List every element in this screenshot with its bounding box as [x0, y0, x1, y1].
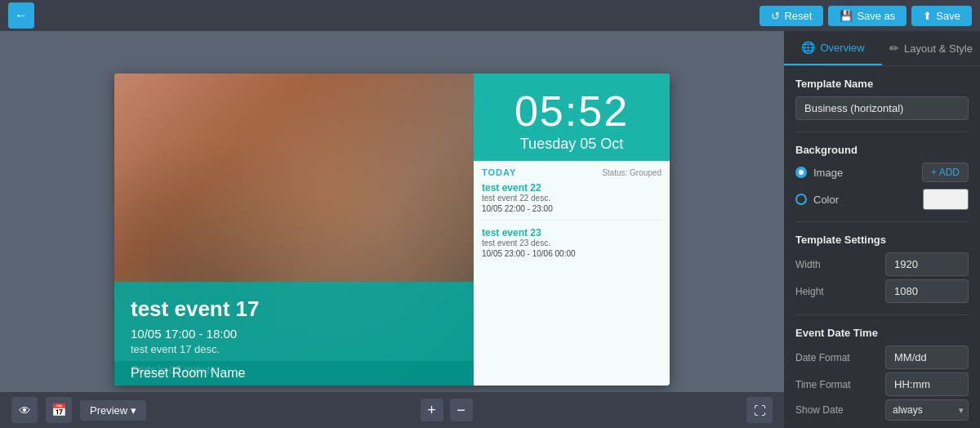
- eye-button[interactable]: 👁: [11, 397, 38, 423]
- back-button[interactable]: ←: [8, 2, 34, 29]
- preview-chevron-icon: ▾: [131, 404, 136, 417]
- back-icon: ←: [15, 8, 28, 23]
- bg-image-label: Image: [813, 167, 915, 179]
- overview-label: Overview: [820, 42, 864, 54]
- canvas-area: test event 17 10/05 17:00 - 18:00 test e…: [0, 31, 784, 428]
- event-desc: test event 17 desc.: [131, 343, 457, 355]
- time-format-input[interactable]: [885, 372, 969, 396]
- date-format-label: Date Format: [795, 352, 879, 363]
- overview-icon: 🌐: [801, 41, 815, 54]
- event-item-1-time: 10/05 22:00 - 23:00: [482, 204, 662, 213]
- save-button[interactable]: ⬆ Save: [911, 6, 972, 26]
- width-row: Width: [795, 252, 969, 276]
- template-right: 05:52 Tuesday 05 Oct TODAY Status: Group…: [474, 74, 670, 386]
- event-datetime-group: Event Date Time Date Format Time Format …: [795, 327, 969, 421]
- saveas-icon: 💾: [840, 10, 853, 22]
- template-name-group: Template Name: [795, 78, 969, 120]
- top-toolbar: ← ↺ Reset 💾 Save as ⬆ Save: [0, 0, 980, 31]
- toolbar-left: ←: [8, 2, 34, 29]
- layout-label: Layout & Style: [904, 42, 973, 55]
- event-item-2-time: 10/05 23:00 - 10/06 00:00: [482, 249, 662, 258]
- template-settings-group: Template Settings Width Height: [795, 234, 969, 303]
- toolbar-center: ↺ Reset 💾 Save as ⬆ Save: [760, 6, 972, 26]
- divider-1: [795, 132, 969, 132]
- date-format-row: Date Format: [795, 346, 969, 369]
- main-area: test event 17 10/05 17:00 - 18:00 test e…: [0, 31, 980, 428]
- add-label: + ADD: [931, 167, 960, 178]
- zoom-in-button[interactable]: +: [421, 399, 443, 421]
- sidebar-nav-overview[interactable]: 🌐 Overview: [784, 31, 882, 65]
- event-item-1-name: test event 22: [482, 182, 662, 194]
- event-item-2: test event 23 test event 23 desc. 10/05 …: [482, 227, 662, 265]
- divider-3: [795, 314, 969, 315]
- fullscreen-icon: ⛶: [754, 403, 766, 417]
- sidebar-nav-layout[interactable]: ✏ Layout & Style: [882, 31, 980, 65]
- eye-icon: 👁: [19, 403, 31, 417]
- width-label: Width: [795, 259, 879, 270]
- events-status-label: Status: Grouped: [602, 168, 662, 177]
- minus-icon: −: [457, 402, 466, 419]
- template-settings-title: Template Settings: [795, 234, 969, 246]
- calendar-icon: 📅: [51, 403, 67, 417]
- event-item-2-name: test event 23: [482, 227, 662, 239]
- event-item-1-desc: test event 22 desc.: [482, 194, 662, 203]
- preview-template: test event 17 10/05 17:00 - 18:00 test e…: [114, 74, 670, 386]
- template-name-title: Template Name: [795, 78, 969, 90]
- room-name-bar: Preset Room Name: [114, 361, 474, 386]
- time-format-row: Time Format: [795, 372, 969, 396]
- reset-icon: ↺: [771, 10, 780, 22]
- reset-button[interactable]: ↺ Reset: [760, 6, 823, 26]
- events-today-label: TODAY: [482, 167, 516, 177]
- show-date-select[interactable]: always never auto: [885, 399, 969, 421]
- divider-2: [795, 221, 969, 222]
- preview-label: Preview: [90, 404, 127, 417]
- show-date-label: Show Date: [795, 404, 879, 416]
- color-swatch[interactable]: [923, 189, 969, 210]
- event-time: 10/05 17:00 - 18:00: [131, 327, 457, 341]
- bg-color-row: Color: [795, 189, 969, 210]
- saveas-button[interactable]: 💾 Save as: [828, 6, 906, 26]
- clock-time: 05:52: [486, 90, 657, 132]
- event-datetime-title: Event Date Time: [795, 327, 969, 339]
- bg-image-radio[interactable]: [795, 167, 807, 178]
- clock-section: 05:52 Tuesday 05 Oct: [474, 74, 670, 161]
- width-input[interactable]: [885, 252, 969, 276]
- events-section: TODAY Status: Grouped test event 22 test…: [474, 161, 670, 386]
- fullscreen-button[interactable]: ⛶: [746, 397, 773, 423]
- layout-icon: ✏: [889, 42, 899, 55]
- event-item-2-desc: test event 23 desc.: [482, 239, 662, 247]
- bg-image-row: Image + ADD: [795, 163, 969, 182]
- zoom-out-button[interactable]: −: [450, 399, 473, 421]
- bottom-toolbar: 👁 📅 Preview ▾ + − ⛶: [0, 392, 784, 428]
- bg-add-button[interactable]: + ADD: [922, 163, 969, 182]
- background-group: Background Image + ADD Color: [795, 144, 969, 210]
- calendar-button[interactable]: 📅: [46, 397, 72, 423]
- time-format-label: Time Format: [795, 379, 879, 390]
- bottom-right: ⛶: [746, 397, 773, 423]
- saveas-label: Save as: [857, 10, 895, 22]
- height-input[interactable]: [885, 279, 969, 303]
- background-title: Background: [795, 144, 969, 156]
- sidebar-content: Template Name Background Image + ADD: [784, 66, 980, 428]
- events-header: TODAY Status: Grouped: [482, 167, 662, 177]
- template-left: test event 17 10/05 17:00 - 18:00 test e…: [114, 74, 474, 386]
- template-name-input[interactable]: [795, 96, 969, 120]
- sidebar-nav: 🌐 Overview ✏ Layout & Style: [784, 31, 980, 66]
- height-row: Height: [795, 279, 969, 303]
- zoom-controls: + −: [154, 399, 738, 421]
- bg-options: Image + ADD Color: [795, 163, 969, 210]
- show-date-row: Show Date always never auto: [795, 399, 969, 421]
- height-label: Height: [795, 286, 879, 297]
- event-title: test event 17: [131, 296, 457, 322]
- preview-button[interactable]: Preview ▾: [80, 400, 146, 421]
- radio-inner: [799, 170, 804, 175]
- plus-icon: +: [427, 402, 436, 419]
- event-item-1: test event 22 test event 22 desc. 10/05 …: [482, 182, 662, 221]
- bg-color-radio[interactable]: [795, 194, 807, 205]
- save-icon: ⬆: [923, 10, 932, 22]
- sidebar: 🌐 Overview ✏ Layout & Style Template Nam…: [784, 31, 980, 428]
- date-format-input[interactable]: [885, 346, 969, 369]
- save-label: Save: [936, 10, 960, 22]
- clock-date: Tuesday 05 Oct: [486, 136, 657, 153]
- reset-label: Reset: [784, 10, 812, 22]
